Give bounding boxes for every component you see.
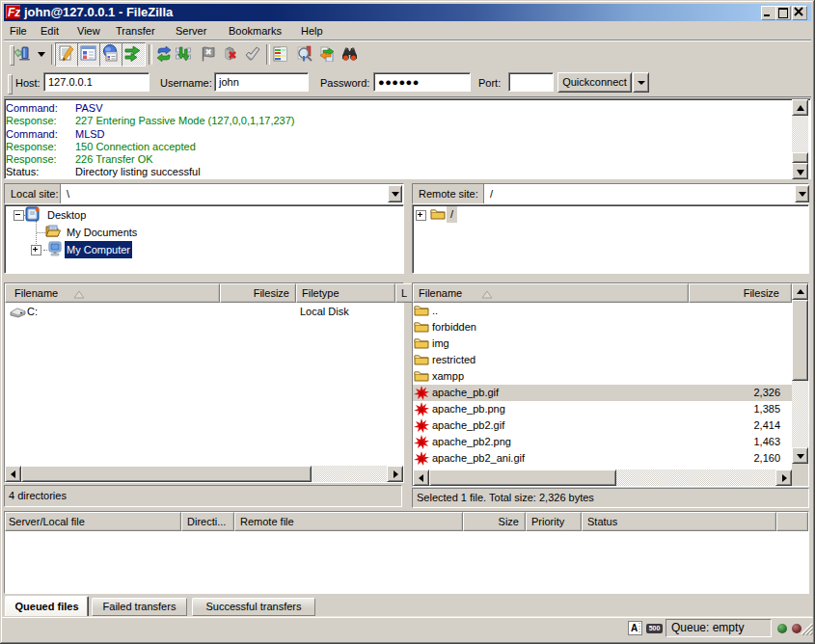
svg-text:Fz: Fz	[8, 6, 20, 19]
